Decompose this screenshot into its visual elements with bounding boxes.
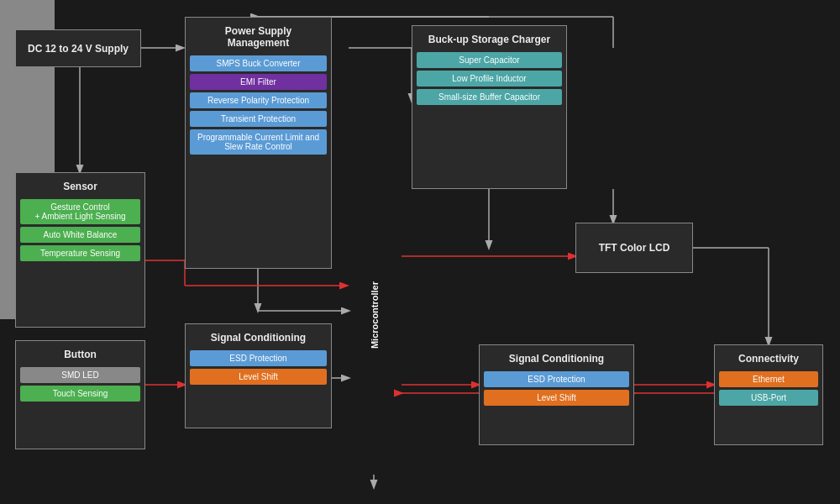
sig-cond-right-title: Signal Conditioning — [484, 349, 629, 368]
temp-chip: Temperature Sensing — [20, 245, 140, 261]
power-supply-box: Power Supply Management SMPS Buck Conver… — [185, 17, 332, 269]
tft-box: TFT Color LCD — [575, 223, 693, 273]
smps-chip: SMPS Buck Converter — [190, 55, 327, 71]
mcu-label: Microcontroller — [347, 155, 402, 475]
sig-cond-left-box: Signal Conditioning ESD Protection Level… — [185, 323, 332, 428]
sensor-title: Sensor — [20, 177, 140, 196]
emi-chip: EMI Filter — [190, 74, 327, 90]
power-supply-title: Power Supply Management — [190, 22, 327, 52]
buck-up-title: Buck-up Storage Charger — [417, 30, 562, 49]
usb-chip: USB-Port — [719, 390, 818, 406]
small-buf-chip: Small-size Buffer Capacitor — [417, 89, 562, 105]
ethernet-chip: Ethernet — [719, 371, 818, 387]
connectivity-box: Connectivity Ethernet USB-Port — [714, 344, 823, 445]
touch-chip: Touch Sensing — [20, 386, 140, 402]
button-title: Button — [20, 345, 140, 364]
gesture-chip: Gesture Control + Ambient Light Sensing — [20, 199, 140, 224]
awb-chip: Auto White Balance — [20, 227, 140, 243]
super-cap-chip: Super Capacitor — [417, 52, 562, 68]
rev-pol-chip: Reverse Polarity Protection — [190, 92, 327, 108]
dc-supply-box: DC 12 to 24 V Supply — [15, 29, 141, 67]
prog-curr-chip: Programmable Current Limit and Slew Rate… — [190, 129, 327, 155]
tft-label: TFT Color LCD — [594, 239, 675, 257]
dc-supply-label: DC 12 to 24 V Supply — [23, 39, 134, 58]
button-box: Button SMD LED Touch Sensing — [15, 340, 145, 449]
sensor-box: Sensor Gesture Control + Ambient Light S… — [15, 172, 145, 328]
trans-prot-chip: Transient Protection — [190, 111, 327, 127]
level-shift-left-chip: Level Shift — [190, 369, 327, 385]
esd-right-chip: ESD Protection — [484, 371, 629, 387]
esd-left-chip: ESD Protection — [190, 350, 327, 366]
connectivity-title: Connectivity — [719, 349, 818, 368]
low-profile-chip: Low Profile Inductor — [417, 71, 562, 87]
sig-cond-left-title: Signal Conditioning — [190, 328, 327, 347]
mcu-text: Microcontroller — [370, 281, 380, 349]
level-shift-right-chip: Level Shift — [484, 390, 629, 406]
sig-cond-right-box: Signal Conditioning ESD Protection Level… — [479, 344, 634, 445]
buck-up-box: Buck-up Storage Charger Super Capacitor … — [412, 25, 567, 189]
smd-led-chip: SMD LED — [20, 367, 140, 383]
